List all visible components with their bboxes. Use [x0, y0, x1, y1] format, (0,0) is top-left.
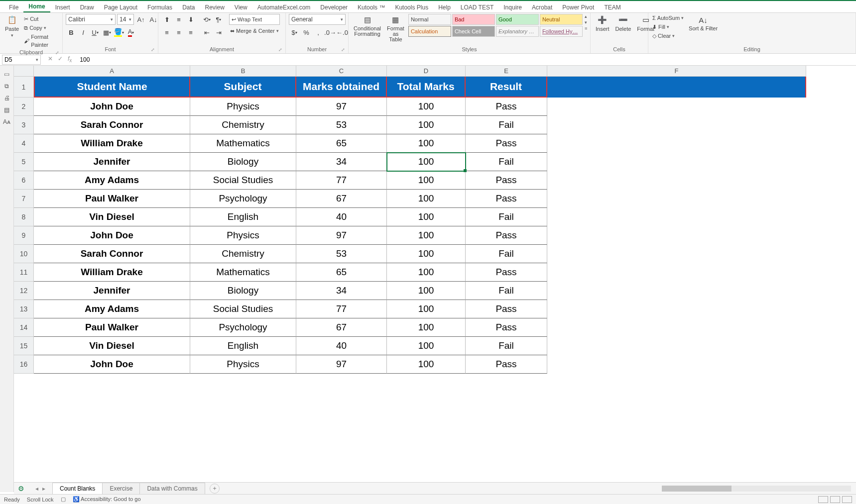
cell-r8-c3[interactable]: 100	[387, 226, 466, 245]
text-direction-button[interactable]: ¶▾	[213, 14, 224, 25]
row-header-9[interactable]: 9	[14, 226, 34, 245]
add-sheet-button[interactable]: ＋	[210, 484, 220, 494]
cell-r12-c4[interactable]: Pass	[466, 300, 547, 318]
align-right-button[interactable]: ≡	[185, 27, 196, 38]
row-header-7[interactable]: 7	[14, 190, 34, 208]
increase-indent-button[interactable]: ⇥	[213, 27, 224, 38]
style-explanatory[interactable]: Explanatory …	[496, 26, 539, 37]
styles-scroll-down[interactable]: ▾	[585, 20, 587, 25]
cell-r1-c4[interactable]: Pass	[466, 98, 547, 116]
cell-r12-c2[interactable]: 77	[296, 300, 387, 318]
copy-button[interactable]: ⧉Copy▾	[23, 24, 59, 32]
cell-r2-c1[interactable]: Chemistry	[190, 116, 296, 134]
font-color-button[interactable]: A▾	[125, 27, 136, 38]
tab-team[interactable]: TEAM	[599, 2, 625, 12]
col-header-E[interactable]: E	[466, 66, 547, 77]
cell-r3-c2[interactable]: 65	[296, 134, 387, 153]
enter-formula-button[interactable]: ✓	[58, 55, 63, 63]
decrease-decimal-button[interactable]: ←.0	[337, 27, 348, 38]
italic-button[interactable]: I	[78, 27, 89, 38]
align-bottom-button[interactable]: ⬇	[185, 14, 196, 25]
sheet-tab-count-blanks[interactable]: Count Blanks	[52, 483, 103, 494]
cell-r15-c2[interactable]: 97	[296, 355, 387, 374]
cell-r6-c1[interactable]: Psychology	[190, 190, 296, 208]
cell-r2-c3[interactable]: 100	[387, 116, 466, 134]
col-header-A[interactable]: A	[34, 66, 190, 77]
cell-r3-c3[interactable]: 100	[387, 134, 466, 153]
font-name-combo[interactable]: Calibri▾	[66, 14, 116, 25]
cell-r4-c0[interactable]: Jennifer	[34, 153, 190, 171]
conditional-formatting-button[interactable]: ▤Conditional Formatting	[352, 14, 383, 38]
cell-r4-c4[interactable]: Fail	[466, 153, 547, 171]
cell-r12-c3[interactable]: 100	[387, 300, 466, 318]
style-followed-hyperlink[interactable]: Followed Hy…	[540, 26, 583, 37]
cell-r7-c4[interactable]: Fail	[466, 208, 547, 226]
comma-button[interactable]: ,	[313, 27, 324, 38]
cell-r11-c4[interactable]: Fail	[466, 282, 547, 300]
row-header-15[interactable]: 15	[14, 337, 34, 355]
tab-file[interactable]: File	[4, 2, 23, 12]
row-header-1[interactable]: 1	[14, 77, 34, 98]
header-cell-3[interactable]: Total Marks	[387, 77, 466, 98]
cell-r9-c5[interactable]	[547, 245, 806, 263]
header-cell-1[interactable]: Subject	[190, 77, 296, 98]
merge-center-button[interactable]: ⬌Merge & Center▾	[229, 27, 280, 35]
row-header-13[interactable]: 13	[14, 300, 34, 318]
tab-review[interactable]: Review	[200, 2, 229, 12]
cell-r15-c4[interactable]: Pass	[466, 355, 547, 374]
cell-r15-c1[interactable]: Physics	[190, 355, 296, 374]
cell-r15-c5[interactable]	[547, 355, 806, 374]
col-header-C[interactable]: C	[296, 66, 387, 77]
style-check-cell[interactable]: Check Cell	[452, 26, 495, 37]
tab-home[interactable]: Home	[23, 1, 50, 12]
cell-r5-c0[interactable]: Amy Adams	[34, 171, 190, 190]
row-header-16[interactable]: 16	[14, 355, 34, 374]
bold-button[interactable]: B	[66, 27, 77, 38]
tab-formulas[interactable]: Formulas	[142, 2, 177, 12]
cell-r6-c3[interactable]: 100	[387, 190, 466, 208]
cancel-formula-button[interactable]: ✕	[48, 55, 53, 63]
cell-r12-c1[interactable]: Social Studies	[190, 300, 296, 318]
cell-r2-c5[interactable]	[547, 116, 806, 134]
cell-r1-c2[interactable]: 97	[296, 98, 387, 116]
fill-button[interactable]: ⬇Fill▾	[651, 23, 685, 31]
row-header-6[interactable]: 6	[14, 171, 34, 190]
tab-acrobat[interactable]: Acrobat	[527, 2, 557, 12]
cell-r9-c3[interactable]: 100	[387, 245, 466, 263]
cell-r9-c2[interactable]: 53	[296, 245, 387, 263]
cell-r14-c0[interactable]: Vin Diesel	[34, 337, 190, 355]
cell-r12-c5[interactable]	[547, 300, 806, 318]
col-header-D[interactable]: D	[387, 66, 466, 77]
font-launcher[interactable]: ⤢	[151, 47, 155, 52]
cell-r7-c3[interactable]: 100	[387, 208, 466, 226]
row-header-4[interactable]: 4	[14, 134, 34, 153]
cell-r12-c0[interactable]: Amy Adams	[34, 300, 190, 318]
cell-r11-c1[interactable]: Biology	[190, 282, 296, 300]
cell-r14-c1[interactable]: English	[190, 337, 296, 355]
tab-kutools[interactable]: Kutools ™	[353, 2, 390, 12]
cell-r11-c0[interactable]: Jennifer	[34, 282, 190, 300]
cell-r10-c0[interactable]: William Drake	[34, 263, 190, 282]
view-page-layout-button[interactable]	[830, 496, 840, 503]
cell-r13-c5[interactable]	[547, 318, 806, 337]
cell-r13-c2[interactable]: 67	[296, 318, 387, 337]
tab-automate[interactable]: AutomateExcel.com	[252, 2, 316, 12]
orientation-button[interactable]: ⟲▾	[201, 14, 212, 25]
view-page-break-button[interactable]	[842, 496, 852, 503]
clear-button[interactable]: ◇Clear▾	[651, 32, 685, 40]
cell-r8-c4[interactable]: Pass	[466, 226, 547, 245]
cell-r5-c1[interactable]: Social Studies	[190, 171, 296, 190]
cell-r4-c1[interactable]: Biology	[190, 153, 296, 171]
wrap-text-button[interactable]: ↩Wrap Text	[229, 14, 280, 25]
row-header-12[interactable]: 12	[14, 282, 34, 300]
col-header-B[interactable]: B	[190, 66, 296, 77]
cell-r13-c4[interactable]: Pass	[466, 318, 547, 337]
horizontal-scrollbar[interactable]	[662, 486, 851, 492]
cell-r4-c5[interactable]	[547, 153, 806, 171]
tab-load-test[interactable]: LOAD TEST	[456, 2, 498, 12]
cell-r10-c5[interactable]	[547, 263, 806, 282]
font-size-combo[interactable]: 14▾	[117, 14, 134, 25]
cell-r8-c0[interactable]: John Doe	[34, 226, 190, 245]
tab-draw[interactable]: Draw	[75, 2, 99, 12]
tab-page-layout[interactable]: Page Layout	[99, 2, 142, 12]
